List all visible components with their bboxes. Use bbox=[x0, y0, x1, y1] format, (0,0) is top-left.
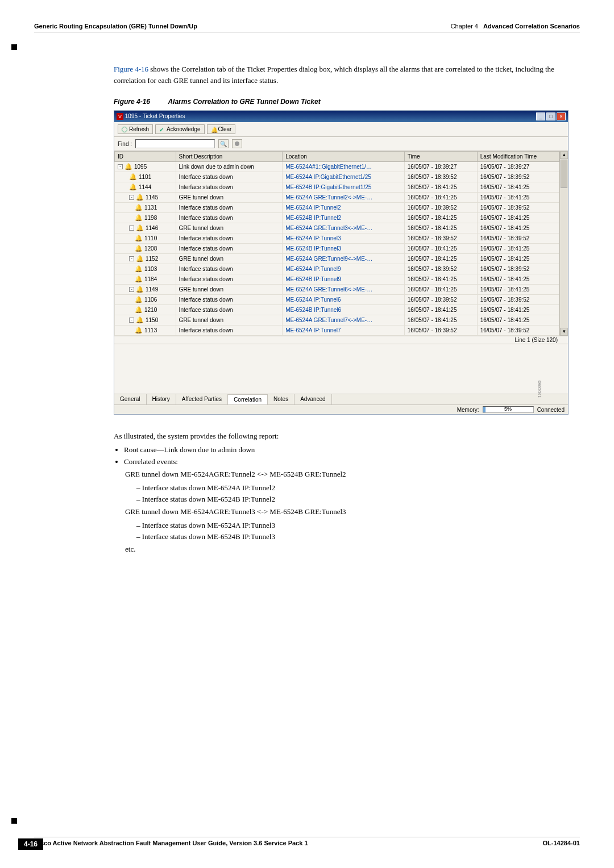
alarm-bell-icon: 🔔 bbox=[135, 296, 143, 303]
table-row[interactable]: -🔔1149GRE tunnel downME-6524A GRE:Tunnel… bbox=[115, 285, 559, 295]
row-time: 16/05/07 - 18:39:52 bbox=[404, 233, 477, 244]
tab-general[interactable]: General bbox=[114, 394, 147, 404]
close-icon[interactable]: × bbox=[557, 112, 566, 120]
clear-button[interactable]: 🔔Clear bbox=[207, 124, 236, 134]
tree-toggle-icon[interactable]: - bbox=[129, 318, 134, 323]
col-desc[interactable]: Short Description bbox=[176, 152, 283, 162]
row-modtime: 16/05/07 - 18:39:52 bbox=[477, 264, 559, 274]
refresh-button[interactable]: Refresh bbox=[118, 124, 153, 134]
row-time: 16/05/07 - 18:41:25 bbox=[404, 213, 477, 223]
footer-title: Cisco Active Network Abstraction Fault M… bbox=[34, 840, 308, 846]
row-id: 1149 bbox=[146, 286, 158, 293]
alarm-bell-icon: 🔔 bbox=[135, 235, 143, 242]
tree-toggle-icon[interactable]: - bbox=[118, 164, 123, 169]
table-row[interactable]: 🔔1198Interface status downME-6524B IP:Tu… bbox=[115, 213, 559, 223]
table-row[interactable]: 🔔1103Interface status downME-6524A IP:Tu… bbox=[115, 264, 559, 274]
row-modtime: 16/05/07 - 18:41:25 bbox=[477, 305, 559, 315]
minimize-icon[interactable]: _ bbox=[536, 112, 545, 120]
row-time: 16/05/07 - 18:39:52 bbox=[404, 295, 477, 305]
alarm-bell-icon: 🔔 bbox=[129, 173, 137, 181]
row-location: ME-6524B IP:Tunnel2 bbox=[283, 213, 405, 223]
alarm-bell-icon: 🔔 bbox=[136, 255, 144, 262]
table-row[interactable]: -🔔1095Link down due to admin downME-6524… bbox=[115, 162, 559, 172]
row-location: ME-6524A GRE:Tunnel3<->ME-… bbox=[283, 223, 405, 233]
table-row[interactable]: 🔔1106Interface status downME-6524A IP:Tu… bbox=[115, 295, 559, 305]
row-modtime: 16/05/07 - 18:39:52 bbox=[477, 295, 559, 305]
col-id[interactable]: ID bbox=[115, 152, 176, 162]
alarm-bell-icon: 🔔 bbox=[135, 306, 143, 314]
table-row[interactable]: 🔔1113Interface status downME-6524A IP:Tu… bbox=[115, 326, 559, 336]
find-input[interactable] bbox=[135, 139, 215, 148]
table-row[interactable]: -🔔1145GRE tunnel downME-6524A GRE:Tunnel… bbox=[115, 193, 559, 203]
intro-text: shows the Correlation tab of the Ticket … bbox=[114, 65, 554, 85]
row-desc: Interface status down bbox=[176, 203, 283, 213]
tab-affected-parties[interactable]: Affected Parties bbox=[176, 394, 228, 404]
bullet-root-cause: Root cause—Link down due to admin down bbox=[124, 445, 580, 454]
table-row[interactable]: 🔔1131Interface status downME-6524A IP:Tu… bbox=[115, 203, 559, 213]
row-location: ME-6524A GRE:Tunnel6<->ME-… bbox=[283, 285, 405, 295]
tree-toggle-icon[interactable]: - bbox=[129, 226, 134, 231]
table-row[interactable]: 🔔1110Interface status downME-6524A IP:Tu… bbox=[115, 233, 559, 244]
page-number: 4-16 bbox=[18, 838, 43, 850]
bullet-correlated: Correlated events: bbox=[124, 457, 580, 466]
find-go-button[interactable]: 🔍 bbox=[218, 139, 229, 148]
row-id: 1145 bbox=[146, 194, 158, 201]
row-modtime: 16/05/07 - 18:39:52 bbox=[477, 233, 559, 244]
tab-correlation[interactable]: Correlation bbox=[228, 394, 268, 404]
memory-bar: 5% bbox=[483, 406, 534, 413]
tab-advanced[interactable]: Advanced bbox=[294, 394, 331, 404]
figure-link[interactable]: Figure 4-16 bbox=[114, 65, 148, 73]
bell-icon: 🔔 bbox=[211, 127, 217, 132]
scroll-down-icon[interactable]: ▼ bbox=[560, 328, 568, 336]
after-text: As illustrated, the system provides the … bbox=[114, 432, 580, 554]
col-location[interactable]: Location bbox=[283, 152, 405, 162]
tree-toggle-icon[interactable]: - bbox=[129, 195, 134, 200]
row-id: 1101 bbox=[139, 174, 151, 180]
chapter-title: Advanced Correlation Scenarios bbox=[483, 23, 580, 30]
row-location: ME-6524A IP:GigabitEthernet1/25 bbox=[283, 172, 405, 182]
find-bar: Find : 🔍 bbox=[114, 137, 568, 151]
row-location: ME-6524A IP:Tunnel6 bbox=[283, 295, 405, 305]
tab-history[interactable]: History bbox=[147, 394, 176, 404]
row-location: ME-6524A GRE:Tunnel9<->ME-… bbox=[283, 254, 405, 264]
find-label: Find : bbox=[118, 141, 132, 147]
alarm-bell-icon: 🔔 bbox=[129, 183, 137, 191]
table-row[interactable]: 🔔1210Interface status downME-6524B IP:Tu… bbox=[115, 305, 559, 315]
scroll-up-icon[interactable]: ▲ bbox=[560, 151, 568, 159]
row-desc: Interface status down bbox=[176, 213, 283, 223]
table-row[interactable]: 🔔1144Interface status downME-6524B IP:Gi… bbox=[115, 182, 559, 193]
acknowledge-button[interactable]: ✔Acknowledge bbox=[155, 124, 204, 134]
row-time: 16/05/07 - 18:39:52 bbox=[404, 203, 477, 213]
table-row[interactable]: 🔔1208Interface status downME-6524B IP:Tu… bbox=[115, 244, 559, 254]
window-titlebar[interactable]: V 1095 - Ticket Properties _ □ × bbox=[114, 111, 568, 122]
header-left: Generic Routing Encapsulation (GRE) Tunn… bbox=[34, 23, 197, 30]
row-modtime: 16/05/07 - 18:41:25 bbox=[477, 315, 559, 326]
table-row[interactable]: 🔔1184Interface status downME-6524B IP:Tu… bbox=[115, 274, 559, 285]
memory-label: Memory: bbox=[457, 407, 479, 413]
table-row[interactable]: -🔔1150GRE tunnel downME-6524A GRE:Tunnel… bbox=[115, 315, 559, 326]
table-row[interactable]: -🔔1146GRE tunnel downME-6524A GRE:Tunnel… bbox=[115, 223, 559, 233]
row-id: 1152 bbox=[146, 256, 158, 262]
row-modtime: 16/05/07 - 18:41:25 bbox=[477, 244, 559, 254]
maximize-icon[interactable]: □ bbox=[546, 112, 555, 120]
scroll-track[interactable] bbox=[560, 189, 568, 328]
scroll-thumb[interactable] bbox=[561, 160, 567, 188]
table-row[interactable]: -🔔1152GRE tunnel downME-6524A GRE:Tunnel… bbox=[115, 254, 559, 264]
find-stop-button[interactable] bbox=[232, 139, 242, 148]
screenshot-window: V 1095 - Ticket Properties _ □ × Refresh… bbox=[114, 110, 569, 415]
col-time[interactable]: Time bbox=[404, 152, 477, 162]
table-row[interactable]: 🔔1101Interface status downME-6524A IP:Gi… bbox=[115, 172, 559, 182]
row-desc: Interface status down bbox=[176, 305, 283, 315]
col-modtime[interactable]: Last Modification Time bbox=[477, 152, 559, 162]
row-location: ME-6524A IP:Tunnel3 bbox=[283, 233, 405, 244]
vertical-scrollbar[interactable]: ▲ ▼ bbox=[559, 151, 568, 336]
alarm-bell-icon: 🔔 bbox=[135, 214, 143, 222]
page-marker-bottom bbox=[11, 818, 17, 824]
tree-toggle-icon[interactable]: - bbox=[129, 256, 134, 261]
row-time: 16/05/07 - 18:41:25 bbox=[404, 244, 477, 254]
tree-toggle-icon[interactable]: - bbox=[129, 287, 134, 292]
footer-doc-id: OL-14284-01 bbox=[543, 840, 580, 846]
tab-notes[interactable]: Notes bbox=[268, 394, 294, 404]
row-location: ME-6524B IP:Tunnel6 bbox=[283, 305, 405, 315]
row-desc: GRE tunnel down bbox=[176, 315, 283, 326]
